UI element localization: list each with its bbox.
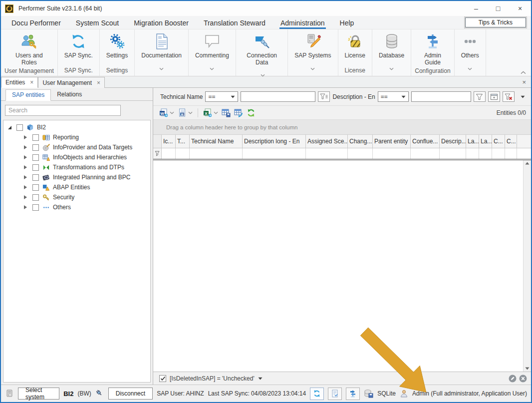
column-header-la[interactable]: La... xyxy=(479,135,492,148)
filter-field2-input[interactable] xyxy=(411,91,471,102)
expander-collapsed-icon[interactable] xyxy=(21,165,29,170)
auto-filter-cell[interactable] xyxy=(440,148,466,159)
filter-field1-operator-select[interactable]: == xyxy=(205,91,238,102)
tree-checkbox[interactable] xyxy=(32,154,39,161)
sqlite-database-icon[interactable] xyxy=(364,389,373,398)
ribbon-button-admin-guide[interactable]: Admin Guide xyxy=(412,29,453,67)
menu-tab-migration-booster[interactable]: Migration Booster xyxy=(133,16,190,29)
clear-filter-button[interactable] xyxy=(503,91,515,102)
tips-and-tricks-button[interactable]: Tips & Tricks xyxy=(465,17,526,27)
scroll-down-icon[interactable] xyxy=(525,367,530,370)
vertical-scrollbar[interactable] xyxy=(523,160,531,372)
expander-collapsed-icon[interactable] xyxy=(21,185,29,190)
tree-checkbox[interactable] xyxy=(32,204,39,211)
tree-checkbox[interactable] xyxy=(32,134,39,141)
filter-bar-chevron-down-icon[interactable] xyxy=(521,95,525,98)
tab-close-icon[interactable]: × xyxy=(97,79,100,86)
tree-item-abap-entities[interactable]: ABAP Entities xyxy=(3,182,150,192)
document-tabs-close-icon[interactable]: × xyxy=(522,78,526,86)
tab-close-icon[interactable]: × xyxy=(30,79,33,86)
tree-item-infoobjects-and-hierarchies[interactable]: InfoObjects and Hierarchies xyxy=(3,152,150,162)
ribbon-button-documentation[interactable]: Documentation xyxy=(135,29,188,78)
sync-log-button[interactable] xyxy=(328,388,342,400)
auto-filter-cell[interactable] xyxy=(505,148,517,159)
guide-button[interactable] xyxy=(346,388,360,400)
ribbon-collapse-icon[interactable] xyxy=(521,71,526,74)
menu-tab-administration[interactable]: Administration xyxy=(279,16,326,29)
apply-filter-button[interactable] xyxy=(474,91,486,102)
menu-tab-docu-performer[interactable]: Docu Performer xyxy=(10,16,62,29)
expander-collapsed-icon[interactable] xyxy=(21,155,29,160)
column-header-ic[interactable]: Ic... xyxy=(162,135,176,148)
disconnect-button[interactable]: Disconnect xyxy=(108,388,153,400)
save-layout-button[interactable] xyxy=(222,108,231,117)
tree-item-transformations-and-dtps[interactable]: Transformations and DTPs xyxy=(3,162,150,172)
column-header-assigned-sce[interactable]: Assigned Sce... xyxy=(306,135,348,148)
column-header-la[interactable]: La... xyxy=(466,135,479,148)
auto-filter-cell[interactable] xyxy=(411,148,440,159)
ribbon-button-license[interactable]: License xyxy=(339,29,371,66)
tree-checkbox[interactable] xyxy=(32,144,39,151)
ribbon-button-commenting[interactable]: Commenting xyxy=(189,29,235,78)
tree-checkbox[interactable] xyxy=(16,124,23,131)
tree-item-security[interactable]: Security xyxy=(3,192,150,202)
ribbon-button-database[interactable]: Database xyxy=(373,29,410,78)
tree-item-reporting[interactable]: Reporting xyxy=(3,132,150,142)
menu-tab-help[interactable]: Help xyxy=(339,16,355,29)
refresh-button[interactable] xyxy=(247,108,256,117)
filter-dropdown-chevron-icon[interactable] xyxy=(258,377,263,380)
document-tab-entities[interactable]: Entities× xyxy=(1,77,38,88)
tree-item-integrated-planning-and-bpc[interactable]: Integrated Planning and BPC xyxy=(3,172,150,182)
column-header-technical-name[interactable]: Technical Name xyxy=(190,135,243,148)
auto-filter-cell[interactable] xyxy=(306,148,348,159)
ribbon-button-users-and-roles[interactable]: Users and Roles xyxy=(1,29,57,67)
column-header-c[interactable]: C... xyxy=(492,135,505,148)
search-input[interactable] xyxy=(5,105,121,116)
tree-item-infoprovider-and-data-targets[interactable]: InfoProvider and Data Targets xyxy=(3,142,150,152)
auto-filter-cell[interactable] xyxy=(373,148,411,159)
close-filter-icon[interactable] xyxy=(519,375,527,383)
expander-collapsed-icon[interactable] xyxy=(21,205,29,210)
ribbon-button-sap-sync[interactable]: SAP Sync. xyxy=(58,29,99,66)
expander-expanded-icon[interactable] xyxy=(5,125,13,130)
export-word-button[interactable]: W xyxy=(159,108,174,117)
column-header-t[interactable]: T... xyxy=(176,135,190,148)
tree-checkbox[interactable] xyxy=(32,194,39,201)
auto-filter-cell[interactable] xyxy=(162,148,176,159)
auto-filter-cell[interactable] xyxy=(466,148,479,159)
auto-filter-cell[interactable] xyxy=(243,148,306,159)
close-button[interactable]: × xyxy=(509,1,531,16)
filter-dialog-button[interactable] xyxy=(488,91,500,102)
column-header-c[interactable]: C... xyxy=(505,135,517,148)
filter-enabled-checkbox[interactable] xyxy=(159,375,166,382)
column-header-conflue[interactable]: Conflue... xyxy=(411,135,440,148)
column-header-description-long-en[interactable]: Description long - En xyxy=(243,135,306,148)
expander-collapsed-icon[interactable] xyxy=(21,145,29,150)
select-system-button[interactable]: Select system xyxy=(18,388,59,400)
edit-filter-icon[interactable] xyxy=(509,375,517,383)
ribbon-button-others[interactable]: Others xyxy=(455,29,485,78)
menu-tab-system-scout[interactable]: System Scout xyxy=(75,16,120,29)
filter-field1-funnel-button[interactable] xyxy=(318,91,330,102)
group-by-panel[interactable]: Drag a column header here to group by th… xyxy=(153,120,531,135)
auto-filter-cell[interactable] xyxy=(190,148,243,159)
column-header-descrip[interactable]: Descrip... xyxy=(440,135,466,148)
auto-filter-cell[interactable] xyxy=(492,148,505,159)
auto-filter-cell[interactable] xyxy=(348,148,373,159)
ribbon-button-sap-systems[interactable]: SAP Systems xyxy=(288,29,337,78)
tree-item-bi2[interactable]: BI2 xyxy=(3,122,150,132)
expander-collapsed-icon[interactable] xyxy=(21,195,29,200)
tree-item-others[interactable]: Others xyxy=(3,202,150,212)
word-document-button[interactable]: w xyxy=(178,108,193,117)
tree-checkbox[interactable] xyxy=(32,174,39,181)
column-header-parent-entity[interactable]: Parent entity xyxy=(373,135,411,148)
left-tab-sap-entities[interactable]: SAP entities xyxy=(5,89,51,101)
filter-field2-operator-select[interactable]: == xyxy=(378,91,409,102)
export-excel-button[interactable]: X xyxy=(203,108,218,117)
minimize-button[interactable]: – xyxy=(465,1,487,16)
document-tab-user-management[interactable]: User Management× xyxy=(38,77,105,88)
restore-layout-button[interactable] xyxy=(234,108,243,117)
tree-checkbox[interactable] xyxy=(32,164,39,171)
ribbon-button-settings[interactable]: Settings xyxy=(100,29,134,66)
user-icon[interactable] xyxy=(400,390,408,398)
